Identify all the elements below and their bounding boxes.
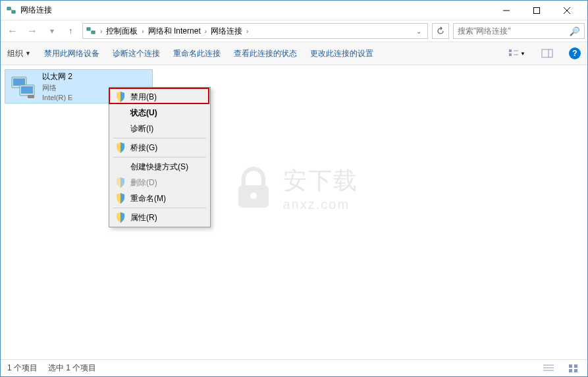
menu-properties[interactable]: 属性(R) xyxy=(111,210,209,225)
preview-pane-button[interactable] xyxy=(539,46,556,61)
svg-rect-4 xyxy=(534,7,540,13)
history-dropdown[interactable]: ▾ xyxy=(43,22,61,40)
breadcrumb-separator: › xyxy=(140,28,145,35)
menu-separator xyxy=(113,138,206,138)
selection-count: 选中 1 个项目 xyxy=(48,362,96,374)
rename-button[interactable]: 重命名此连接 xyxy=(173,48,221,59)
search-icon: 🔍 xyxy=(570,26,580,36)
adapter-name: 以太网 2 xyxy=(42,71,72,82)
svg-rect-9 xyxy=(509,49,512,52)
ethernet-adapter-icon xyxy=(9,73,37,100)
address-bar[interactable]: › 控制面板 › 网络和 Internet › 网络连接 › ⌄ xyxy=(82,23,428,39)
menu-bridge[interactable]: 桥接(G) xyxy=(111,140,209,156)
navigation-bar: ← → ▾ ↑ › 控制面板 › 网络和 Internet › 网络连接 › ⌄… xyxy=(1,20,587,42)
menu-rename[interactable]: 重命名(M) xyxy=(111,190,209,206)
status-bar: 1 个项目 选中 1 个项目 xyxy=(1,359,587,376)
change-settings-button[interactable]: 更改此连接的设置 xyxy=(310,48,373,59)
breadcrumb-control-panel[interactable]: 控制面板 xyxy=(103,26,140,37)
menu-disable[interactable]: 禁用(B) xyxy=(111,89,209,105)
main-content: 以太网 2 网络 Intel(R) E 禁用(B) 状态(U) 诊断(I) 桥接… xyxy=(1,65,587,359)
view-status-button[interactable]: 查看此连接的状态 xyxy=(234,48,297,59)
breadcrumb-separator: › xyxy=(203,28,208,35)
adapter-device: Intel(R) E xyxy=(42,94,72,102)
maximize-button[interactable] xyxy=(521,1,552,20)
menu-separator xyxy=(113,157,206,158)
search-input[interactable] xyxy=(458,26,570,36)
context-menu: 禁用(B) 状态(U) 诊断(I) 桥接(G) 创建快捷方式(S) 删除(D) … xyxy=(109,87,211,227)
menu-shortcut[interactable]: 创建快捷方式(S) xyxy=(111,159,209,175)
menu-status[interactable]: 状态(U) xyxy=(111,105,209,121)
view-options-button[interactable]: ▼ xyxy=(508,46,525,61)
breadcrumb-network-connections[interactable]: 网络连接 xyxy=(208,26,245,37)
svg-rect-18 xyxy=(21,86,33,94)
forward-button[interactable]: → xyxy=(23,22,41,40)
shield-icon xyxy=(115,142,126,154)
title-bar: 网络连接 xyxy=(1,1,587,20)
refresh-button[interactable] xyxy=(432,23,449,39)
svg-rect-0 xyxy=(7,7,11,10)
svg-rect-10 xyxy=(509,53,512,56)
address-dropdown[interactable]: ⌄ xyxy=(413,28,425,35)
item-count: 1 个项目 xyxy=(7,362,38,374)
adapter-network: 网络 xyxy=(42,83,72,93)
details-view-button[interactable] xyxy=(541,362,556,374)
diagnose-button[interactable]: 诊断这个连接 xyxy=(113,48,160,59)
svg-rect-16 xyxy=(13,78,25,86)
disable-device-button[interactable]: 禁用此网络设备 xyxy=(44,48,99,59)
menu-diagnose[interactable]: 诊断(I) xyxy=(111,121,209,136)
shield-icon xyxy=(115,177,126,188)
breadcrumb-network-internet[interactable]: 网络和 Internet xyxy=(146,26,203,37)
back-button[interactable]: ← xyxy=(3,22,22,40)
breadcrumb-separator: › xyxy=(99,28,103,35)
svg-rect-25 xyxy=(569,364,572,368)
shield-icon xyxy=(115,212,126,223)
up-button[interactable]: ↑ xyxy=(63,22,78,40)
menu-separator xyxy=(113,208,206,208)
svg-rect-13 xyxy=(542,49,552,57)
svg-rect-7 xyxy=(87,28,90,30)
window-title: 网络连接 xyxy=(20,5,491,16)
toolbar: 组织 ▼ 禁用此网络设备 诊断这个连接 重命名此连接 查看此连接的状态 更改此连… xyxy=(1,42,587,65)
icons-view-button[interactable] xyxy=(566,362,581,374)
organize-button[interactable]: 组织 ▼ xyxy=(7,48,31,59)
window-icon xyxy=(6,5,16,16)
help-button[interactable]: ? xyxy=(569,47,581,59)
svg-rect-8 xyxy=(92,31,95,34)
breadcrumb-separator: › xyxy=(245,28,250,35)
svg-rect-19 xyxy=(28,95,34,98)
svg-rect-28 xyxy=(574,369,577,372)
close-button[interactable] xyxy=(552,1,582,20)
svg-rect-26 xyxy=(574,364,577,368)
svg-rect-27 xyxy=(569,369,572,372)
minimize-button[interactable] xyxy=(491,1,521,20)
shield-icon xyxy=(115,192,126,204)
shield-icon xyxy=(115,91,126,103)
network-connections-icon xyxy=(86,26,96,36)
menu-delete[interactable]: 删除(D) xyxy=(111,175,209,190)
search-box[interactable]: 🔍 xyxy=(453,23,585,39)
